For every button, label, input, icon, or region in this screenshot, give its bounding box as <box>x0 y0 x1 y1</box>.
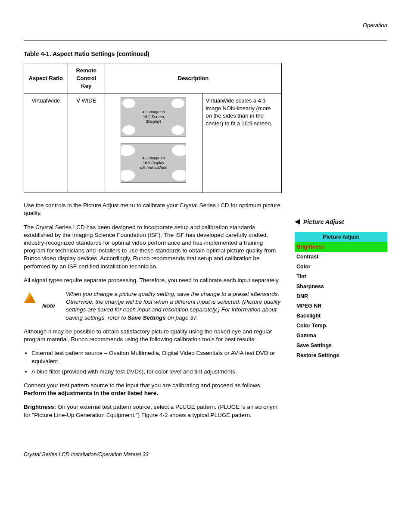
note-text: When you change a picture quality settin… <box>66 290 282 322</box>
diagram2-caption: 4:3 Image on 16:9 Display with VirtualWi… <box>140 156 167 170</box>
sidebar-heading: Picture Adjust <box>295 218 387 226</box>
tools-list: External test pattern source – Ovation M… <box>24 349 282 376</box>
header-section: Operation <box>24 22 387 29</box>
table-title: Table 4-1. Aspect Ratio Settings (contin… <box>24 50 387 58</box>
diagram-virtualwide: 4:3 Image on 16:9 Display with VirtualWi… <box>121 143 186 183</box>
th-aspect: Aspect Ratio <box>24 63 68 93</box>
menu-item-tint[interactable]: Tint <box>295 272 387 282</box>
menu-item-restore-settings[interactable]: Restore Settings <box>295 351 387 361</box>
paragraph-signals: All signal types require separate proces… <box>24 277 282 284</box>
menu-item-dnr[interactable]: DNR <box>295 292 387 302</box>
menu-item-brightness[interactable]: Brightness <box>295 242 387 252</box>
paragraph-connect: Connect your test pattern source to the … <box>24 382 282 397</box>
menu-item-gamma[interactable]: Gamma <box>295 331 387 341</box>
footer-title: Crystal Series LCD Installation/Operatio… <box>24 451 141 457</box>
aspect-ratio-table: Aspect Ratio Remote Control Key Descript… <box>24 63 282 193</box>
menu-item-color[interactable]: Color <box>295 262 387 272</box>
sidebar: Picture Adjust Picture Adjust Brightness… <box>295 63 387 425</box>
footer: Crystal Series LCD Installation/Operatio… <box>24 451 387 458</box>
menu-item-color-temp-[interactable]: Color Temp. <box>295 321 387 331</box>
list-item: External test pattern source – Ovation M… <box>31 349 282 365</box>
diagram-43-on-169: 4:3 Image on 16:9 Screen (Display) <box>121 97 186 137</box>
picture-adjust-menu: Picture Adjust BrightnessContrastColorTi… <box>295 232 387 360</box>
menu-title: Picture Adjust <box>295 232 387 242</box>
paragraph-brightness: Brightness: On your external test patter… <box>24 403 282 419</box>
th-key: Remote Control Key <box>68 63 105 93</box>
menu-item-sharpness[interactable]: Sharpness <box>295 282 387 292</box>
header-rule <box>24 40 387 40</box>
menu-item-contrast[interactable]: Contrast <box>295 252 387 262</box>
note-block: Note When you change a picture quality s… <box>24 290 282 322</box>
note-label: Note <box>42 302 55 310</box>
list-item: A blue filter (provided with many test D… <box>31 368 282 376</box>
cell-aspect: VirtualWide <box>24 93 68 193</box>
cell-description: VirtualWide scales a 4:3 image NON-linea… <box>202 93 281 193</box>
paragraph-isf: The Crystal Series LCD has been designed… <box>24 224 282 271</box>
note-icon <box>24 292 36 303</box>
page-number: 33 <box>143 451 149 457</box>
menu-item-backlight[interactable]: Backlight <box>295 311 387 321</box>
diagram1-caption: 4:3 Image on 16:9 Screen (Display) <box>137 110 170 124</box>
cell-diagrams: 4:3 Image on 16:9 Screen (Display) 4:3 I… <box>105 93 202 193</box>
menu-item-mpeg-nr[interactable]: MPEG NR <box>295 301 387 311</box>
th-desc: Description <box>105 63 281 93</box>
paragraph-tools: Although it may be possible to obtain sa… <box>24 328 282 343</box>
menu-item-save-settings[interactable]: Save Settings <box>295 341 387 351</box>
cell-key: V WIDE <box>68 93 105 193</box>
main-content: Aspect Ratio Remote Control Key Descript… <box>24 63 282 425</box>
paragraph-intro: Use the controls in the Picture Adjust m… <box>24 202 282 217</box>
